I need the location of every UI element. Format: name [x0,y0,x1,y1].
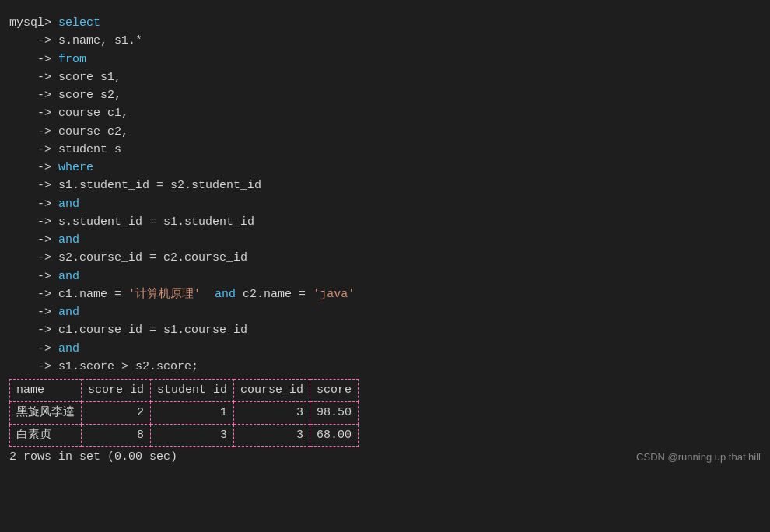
arrow-8: -> [37,161,51,174]
line-cond-6: s1.score > s2.score; [51,360,198,373]
line-cond-5: c1.course_id = s1.course_id [51,324,247,337]
mysql-prompt: mysql> [9,16,51,30]
arrow-14: -> [37,270,51,283]
line-course-c2: course c2, [51,125,128,138]
line-select-cols: s.name, s1.* [51,34,142,47]
line-course-c1: course c1, [51,107,128,120]
arrow-12: -> [37,233,51,247]
arrow-4: -> [37,89,51,102]
kw-and-3: and [58,270,79,283]
kw-and-5: and [58,342,79,355]
col-student-id: student_id [151,380,234,402]
arrow-10: -> [37,198,51,211]
arrow-17: -> [37,324,51,337]
sql-code-block: mysql> select -> s.name, s1.* -> from ->… [9,14,761,376]
arrow-19: -> [37,360,51,373]
kw-from: from [58,53,86,66]
col-score: score [310,380,359,402]
line-cond-4a: c1.name = [51,288,128,301]
kw-and-2: and [58,233,79,247]
arrow-16: -> [37,306,51,319]
footer: 2 rows in set (0.00 sec) CSDN @running u… [9,450,761,464]
kw-and-1: and [58,198,79,211]
arrow-5: -> [37,107,51,120]
cell-score-val-1: 98.50 [310,402,359,425]
arrow-11: -> [37,215,51,229]
table-header-row: name score_id student_id course_id score [10,380,359,402]
kw-select: select [51,16,100,30]
cell-student-id-2: 3 [151,425,234,447]
cell-name-2: 白素贞 [10,425,82,447]
cell-course-id-2: 3 [234,425,310,447]
arrow-18: -> [37,342,51,355]
line-cond-4c: c2.name = [236,288,313,301]
line-student-s: student s [51,143,121,156]
line-cond-3: s2.course_id = c2.course_id [51,251,247,264]
result-table-wrapper: name score_id student_id course_id score… [9,379,761,447]
cell-score-id-2: 8 [82,425,151,447]
arrow-15: -> [37,288,51,301]
arrow-9: -> [37,179,51,192]
csdn-credit: CSDN @running up that hill [636,451,761,463]
arrow-2: -> [37,53,51,66]
result-table: name score_id student_id course_id score… [9,379,359,447]
line-cond-2: s.student_id = s1.student_id [51,215,254,229]
line-score-s2: score s2, [51,89,121,102]
arrow-3: -> [37,71,51,84]
table-row: 白素贞 8 3 3 68.00 [10,425,359,447]
string-jisuan: '计算机原理' [128,288,201,301]
line-score-s1: score s1, [51,71,121,84]
table-row: 黑旋风李逵 2 1 3 98.50 [10,402,359,425]
kw-and-inline: and [215,288,236,301]
kw-and-4: and [58,306,79,319]
cell-course-id-1: 3 [234,402,310,425]
col-score-id: score_id [82,380,151,402]
rows-count: 2 rows in set (0.00 sec) [9,450,177,464]
cell-student-id-1: 1 [151,402,234,425]
string-java: 'java' [313,288,355,301]
arrow-6: -> [37,125,51,138]
arrow-7: -> [37,143,51,156]
arrow-13: -> [37,251,51,264]
cell-score-id-1: 2 [82,402,151,425]
arrow-1: -> [37,34,51,47]
col-course-id: course_id [234,380,310,402]
line-cond-4b [201,288,215,301]
terminal-window: mysql> select -> s.name, s1.* -> from ->… [0,8,770,470]
line-cond-1: s1.student_id = s2.student_id [51,179,261,192]
cell-name-1: 黑旋风李逵 [10,402,82,425]
col-name: name [10,380,82,402]
cell-score-val-2: 68.00 [310,425,359,447]
kw-where: where [58,161,93,174]
